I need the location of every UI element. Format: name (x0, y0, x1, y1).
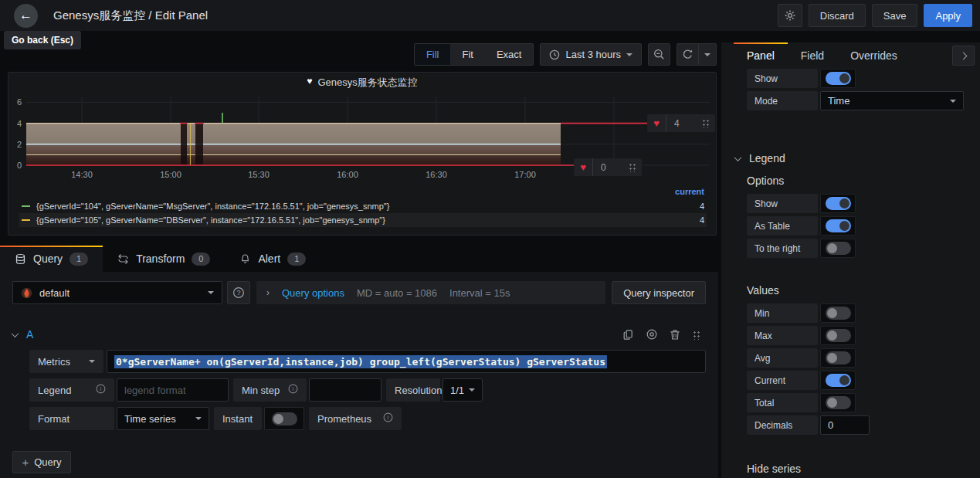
tab-query[interactable]: Query 1 (0, 246, 103, 272)
toggle-off[interactable] (272, 412, 297, 425)
label-text: Prometheus (317, 413, 371, 425)
decimals-input[interactable] (820, 415, 870, 435)
info-circle-icon: i (96, 384, 106, 396)
grafana-edit-panel: ← Genesys服务监控 / Edit Panel Discard Save … (0, 0, 980, 478)
alert-threshold-handle-upper[interactable]: ♥ 4 (647, 114, 715, 132)
values-max-row: Max (747, 326, 965, 345)
max-toggle[interactable] (820, 326, 856, 345)
mode-row: Mode Time (747, 91, 965, 110)
plus-icon: + (22, 456, 29, 469)
metrics-row: Metrics 0*gServerName+ on(gServerId,inst… (29, 350, 706, 373)
tab-overrides[interactable]: Overrides (837, 42, 910, 68)
heart-break-icon: ♥ (647, 114, 666, 132)
max-label: Max (747, 326, 818, 345)
show-toggle[interactable] (820, 69, 856, 88)
query-options-row: Legend i Min step i Resolution (29, 378, 706, 402)
tab-alert[interactable]: Alert 1 (225, 246, 320, 272)
toggle-off[interactable] (826, 307, 851, 320)
refresh-button[interactable] (677, 43, 699, 66)
datasource-help-button[interactable]: ? (227, 281, 250, 304)
chevron-down-icon (208, 291, 214, 294)
exact-option[interactable]: Exact (485, 44, 534, 65)
collapse-sidebar-button[interactable] (952, 46, 975, 66)
hide-series-label[interactable]: Hide series (747, 463, 965, 475)
series-label[interactable]: {gServerId="105", gServerName="DBServer"… (36, 215, 700, 225)
toggle-off[interactable] (826, 351, 851, 364)
values-subtitle: Values (747, 284, 965, 297)
toggle-on[interactable] (826, 374, 851, 387)
tab-panel[interactable]: Panel (734, 42, 788, 68)
label-text: Total (754, 398, 774, 409)
datasource-picker[interactable]: default (12, 281, 222, 304)
label-text: Max (754, 331, 772, 341)
drag-grip-icon[interactable] (628, 162, 636, 172)
chevron-down-icon (704, 53, 710, 56)
as-table-toggle[interactable] (820, 216, 856, 236)
drag-query-grip-icon[interactable] (692, 330, 700, 340)
query-actions (622, 328, 706, 341)
toggle-off[interactable] (826, 242, 851, 255)
sidebar-content: Show Mode Time Legend Options (721, 68, 980, 475)
metrics-dropdown[interactable]: Metrics (29, 350, 103, 373)
format-value: Time series (124, 413, 176, 425)
drag-grip-icon[interactable] (701, 118, 710, 128)
toggle-on[interactable] (826, 72, 851, 85)
legend-show-toggle[interactable] (820, 194, 856, 213)
add-query-button[interactable]: + Query (12, 451, 71, 473)
fit-option[interactable]: Fit (450, 44, 484, 65)
panel-settings-button[interactable] (778, 4, 802, 27)
tab-transform[interactable]: Transform 0 (103, 246, 225, 272)
fill-option[interactable]: Fill (415, 44, 451, 65)
to-the-right-toggle[interactable] (820, 239, 856, 258)
tab-field[interactable]: Field (788, 42, 837, 68)
toggle-on[interactable] (826, 219, 851, 232)
toggle-on[interactable] (826, 197, 851, 210)
discard-button[interactable]: Discard (809, 4, 866, 27)
alert-threshold-handle-lower[interactable]: ♥ 0 (574, 158, 642, 176)
save-button[interactable]: Save (872, 4, 918, 27)
svg-text:i: i (293, 385, 294, 392)
label-text: Decimals (754, 420, 792, 431)
disable-query-eye-icon[interactable] (646, 328, 658, 341)
back-button[interactable]: ← (14, 4, 38, 28)
apply-button[interactable]: Apply (924, 4, 972, 27)
delete-query-trash-icon[interactable] (670, 329, 680, 341)
toggle-off[interactable] (826, 396, 851, 409)
legend-row[interactable]: {gServerId="104", gServerName="MsgServer… (19, 199, 707, 213)
chevron-right-icon: › (266, 287, 270, 298)
format-select[interactable]: Time series (117, 407, 209, 430)
collapse-chevron-icon[interactable] (12, 330, 19, 337)
duplicate-query-icon[interactable] (622, 329, 634, 341)
legend-table: current {gServerId="104", gServerName="M… (19, 186, 707, 227)
series-label[interactable]: {gServerId="104", gServerName="MsgServer… (36, 202, 700, 211)
total-toggle[interactable] (820, 393, 856, 412)
legend-show-row: Show (747, 194, 965, 213)
toggle-off[interactable] (826, 329, 851, 342)
resolution-select[interactable]: 1/1 (443, 378, 483, 402)
zoom-out-button[interactable] (648, 43, 670, 66)
legend-row[interactable]: {gServerId="105", gServerName="DBServer"… (19, 213, 707, 227)
query-inspector-button[interactable]: Query inspector (612, 281, 706, 304)
time-range-picker[interactable]: Last 3 hours (540, 43, 642, 66)
refresh-interval-dropdown[interactable] (699, 43, 717, 66)
metrics-expression-input[interactable]: 0*gServerName+ on(gServerId,instance,job… (107, 350, 706, 373)
legend-column-current[interactable]: current (19, 186, 707, 199)
query-options-collapsed[interactable]: › Query options MD = auto = 1086 Interva… (256, 281, 605, 304)
tab-count-badge: 0 (192, 253, 210, 266)
instant-toggle[interactable] (264, 407, 304, 430)
label-text: Mode (754, 96, 778, 107)
min-toggle[interactable] (820, 303, 856, 323)
mode-select[interactable]: Time (820, 91, 964, 110)
gear-icon (784, 9, 796, 22)
database-icon (15, 253, 26, 265)
query-options-label[interactable]: Query options (282, 287, 344, 299)
avg-toggle[interactable] (820, 348, 856, 368)
legend-format-input[interactable] (117, 378, 229, 402)
label-text: Show (754, 198, 778, 209)
mode-label: Mode (747, 91, 818, 110)
min-step-input[interactable] (309, 378, 381, 402)
query-a-header[interactable]: A (12, 324, 706, 344)
legend-section-header[interactable]: Legend (735, 152, 965, 164)
label-text: Current (754, 375, 785, 386)
current-toggle[interactable] (820, 371, 856, 390)
